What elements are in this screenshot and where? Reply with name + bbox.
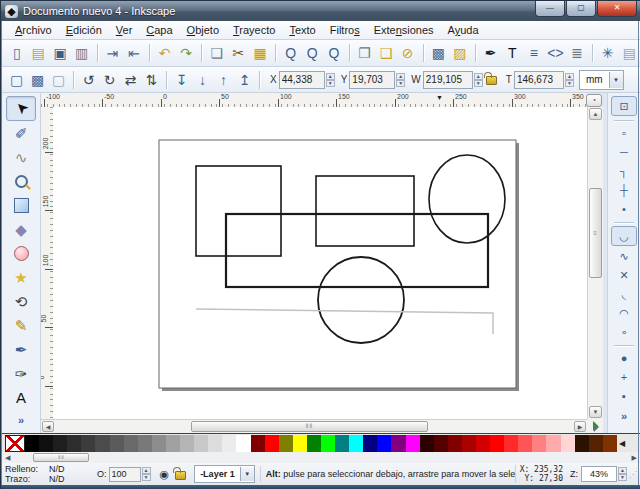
save-document-button[interactable]: ▣	[49, 42, 71, 64]
snap-page-border-button[interactable]: ▪	[612, 387, 636, 405]
minimize-button[interactable]: —	[535, 1, 565, 17]
ellipse-tool-button[interactable]	[7, 242, 35, 265]
star-tool-button[interactable]: ★	[7, 266, 35, 289]
horizontal-scrollbar[interactable]: ◀ ⦀⦀ ▶	[41, 419, 587, 433]
vertical-scroll-thumb[interactable]: ≡	[589, 188, 602, 278]
snap-rotation-centers-button[interactable]: +	[612, 368, 636, 386]
ruler-corner-button[interactable]: ◔	[586, 94, 602, 107]
palette-swatch[interactable]	[518, 435, 532, 452]
menu-extensiones[interactable]: Extensiones	[367, 22, 441, 38]
menu-texto[interactable]: Texto	[282, 22, 322, 38]
height-field-spinner[interactable]: ▲▼	[565, 73, 574, 87]
scroll-up-arrow[interactable]: ▲	[589, 108, 602, 120]
horizontal-ruler[interactable]: -100-50050100150200250300350▼	[41, 93, 586, 108]
palette-swatch[interactable]	[293, 435, 307, 452]
snap-smooth-nodes-button[interactable]: ◠	[612, 304, 636, 322]
text-dialog-button[interactable]: T	[501, 42, 523, 64]
palette-swatch[interactable]	[124, 435, 138, 452]
flip-horizontal-button[interactable]: ⇄	[120, 69, 141, 90]
ungroup-button[interactable]: ▨	[449, 42, 471, 64]
select-all-in-all-layers-button[interactable]: ▩	[27, 69, 48, 90]
palette-swatch[interactable]	[532, 435, 546, 452]
deselect-button[interactable]: ▢	[48, 69, 69, 90]
width-field-spinner[interactable]: ▲▼	[474, 73, 483, 87]
undo-button[interactable]: ↶	[154, 42, 176, 64]
color-management-toggle[interactable]	[587, 419, 603, 433]
create-clone-button[interactable]: ❑	[375, 42, 397, 64]
palette-swatch[interactable]	[194, 435, 208, 452]
3dbox-tool-button[interactable]: ◆	[7, 218, 35, 241]
layer-dropdown[interactable]: -Layer 1 ▼	[194, 465, 255, 483]
menu-edicion[interactable]: Edición	[59, 22, 109, 38]
palette-right-arrow[interactable]: ◀	[619, 439, 625, 448]
group-button[interactable]: ▩	[428, 42, 450, 64]
palette-swatch[interactable]	[138, 435, 152, 452]
rotate-90-ccw-button[interactable]: ↺	[78, 69, 99, 90]
x-field-spinner[interactable]: ▲▼	[326, 73, 335, 87]
node-tool-button[interactable]: ✐	[7, 122, 35, 145]
palette-swatch[interactable]	[546, 435, 560, 452]
palette-swatch[interactable]	[53, 435, 67, 452]
snap-cusp-nodes-button[interactable]: ◟	[612, 285, 636, 303]
lock-ratio-toggle[interactable]	[486, 71, 497, 89]
palette-swatch[interactable]	[307, 435, 321, 452]
drawing-canvas[interactable]	[53, 107, 587, 419]
palette-swatch[interactable]	[81, 435, 95, 452]
palette-swatch[interactable]	[504, 435, 518, 452]
palette-swatch[interactable]	[363, 435, 377, 452]
snap-bounding-box-button[interactable]: ▫	[612, 124, 636, 142]
y-field[interactable]	[349, 71, 395, 89]
snap-bbox-corners-button[interactable]: ┐	[612, 162, 636, 180]
palette-scrollbar[interactable]: ◀ ⦀⦀ ▶	[2, 452, 640, 463]
paste-button[interactable]: ▦	[249, 42, 271, 64]
lower-one-step-button[interactable]: ↓	[192, 69, 213, 90]
new-document-button[interactable]: ▯	[6, 42, 28, 64]
lower-to-bottom-button[interactable]: ↧	[171, 69, 192, 90]
opacity-field[interactable]	[109, 467, 141, 482]
palette-swatch[interactable]	[251, 435, 265, 452]
menu-filtros[interactable]: Filtros	[323, 22, 367, 38]
raise-one-step-button[interactable]: ↑	[213, 69, 234, 90]
snap-nodes-button[interactable]: ◡	[611, 226, 637, 246]
cut-button[interactable]: ✂	[228, 42, 250, 64]
palette-swatch[interactable]	[180, 435, 194, 452]
export-bitmap-button[interactable]: ⇤	[123, 42, 145, 64]
bezier-tool-button[interactable]: ✒	[7, 338, 35, 361]
snap-enable-button[interactable]: ⊡	[611, 96, 637, 116]
x-field[interactable]	[279, 71, 325, 89]
pencil-tool-button[interactable]: ✎	[7, 314, 35, 337]
palette-swatch[interactable]	[67, 435, 81, 452]
zoom-to-fit-page-button[interactable]: Q	[301, 42, 323, 64]
open-document-button[interactable]: ▤	[28, 42, 50, 64]
palette-swatch[interactable]	[476, 435, 490, 452]
resize-grip[interactable]: ⋰	[629, 470, 637, 479]
snap-path-intersections-button[interactable]: ✕	[612, 266, 636, 284]
palette-swatch[interactable]	[349, 435, 363, 452]
scroll-left-arrow[interactable]: ◀	[42, 421, 54, 432]
snap-bbox-edges-button[interactable]: ─	[612, 143, 636, 161]
close-button[interactable]: ✕	[597, 1, 637, 17]
palette-swatch[interactable]	[603, 435, 617, 452]
rectangle-tool-button[interactable]	[7, 194, 35, 217]
palette-swatch[interactable]	[110, 435, 124, 452]
palette-scroll-thumb[interactable]: ⦀⦀	[33, 453, 89, 462]
select-all-button[interactable]: ▢	[6, 69, 27, 90]
snap-object-centers-button[interactable]: ●	[612, 349, 636, 367]
zoom-to-fit-drawing-button[interactable]: Q	[280, 42, 302, 64]
palette-swatch[interactable]	[575, 435, 589, 452]
fill-stroke-indicator[interactable]: Relleno:N/D Trazo:N/D	[5, 464, 97, 484]
inkscape-preferences-button[interactable]: ✳	[597, 42, 619, 64]
y-field-spinner[interactable]: ▲▼	[396, 73, 405, 87]
layer-visibility-eye-icon[interactable]: ◉	[160, 468, 170, 481]
xml-editor-button[interactable]: <>	[545, 42, 567, 64]
tweak-tool-button[interactable]: ∿	[7, 146, 35, 169]
import-bitmap-button[interactable]: ⇥	[101, 42, 123, 64]
snap-bbox-edge-midpoints-button[interactable]: ┼	[612, 181, 636, 199]
palette-swatch[interactable]	[420, 435, 434, 452]
maximize-button[interactable]: ▢	[566, 1, 596, 17]
palette-swatch[interactable]	[236, 435, 250, 452]
flip-vertical-button[interactable]: ⇅	[141, 69, 162, 90]
menu-ver[interactable]: Ver	[109, 22, 140, 38]
palette-swatch-none[interactable]	[5, 435, 25, 452]
palette-swatch[interactable]	[448, 435, 462, 452]
